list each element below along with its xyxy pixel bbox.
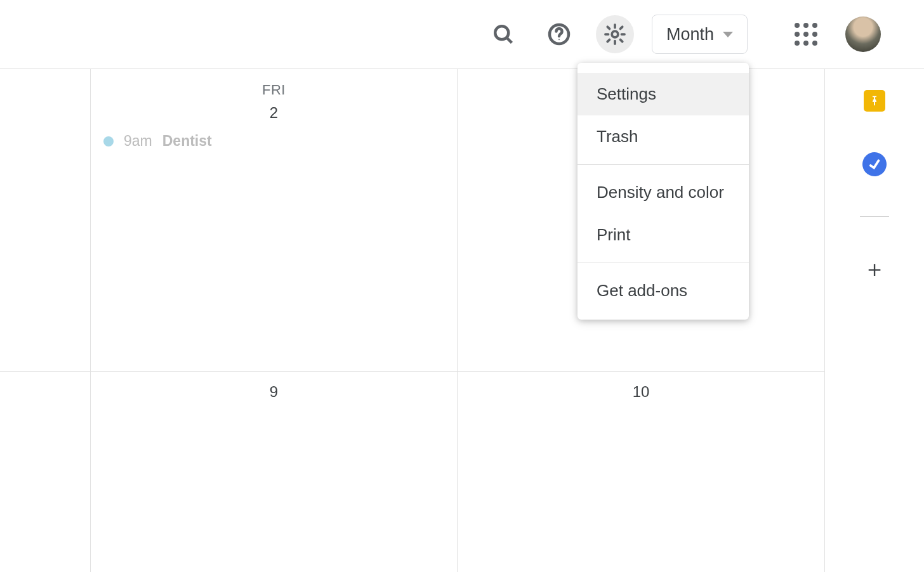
tasks-icon[interactable] xyxy=(862,152,887,177)
help-icon[interactable] xyxy=(540,15,578,53)
day-number: 10 xyxy=(458,383,824,401)
calendar-event[interactable]: 9am Dentist xyxy=(103,133,212,150)
menu-item-density[interactable]: Density and color xyxy=(578,171,749,214)
view-selector-label: Month xyxy=(666,25,714,44)
chevron-down-icon xyxy=(723,32,733,37)
search-icon[interactable] xyxy=(484,15,522,53)
header: Month xyxy=(0,0,924,69)
event-title: Dentist xyxy=(162,133,212,150)
add-addon-icon[interactable]: ＋ xyxy=(862,256,887,282)
menu-item-trash[interactable]: Trash xyxy=(578,115,749,158)
day-number: 9 xyxy=(91,383,457,401)
calendar-cell[interactable]: 10 xyxy=(458,372,825,572)
day-of-week-label: FRI xyxy=(91,82,457,98)
menu-divider xyxy=(578,263,749,263)
account-avatar[interactable] xyxy=(845,16,881,52)
svg-line-1 xyxy=(506,37,512,42)
menu-item-print[interactable]: Print xyxy=(578,214,749,256)
menu-item-addons[interactable]: Get add-ons xyxy=(578,270,749,312)
event-color-dot xyxy=(103,136,114,146)
side-panel: ＋ xyxy=(825,69,924,572)
calendar-cell[interactable]: 9 xyxy=(91,372,458,572)
menu-divider xyxy=(578,164,749,165)
svg-point-0 xyxy=(495,26,508,39)
view-selector-dropdown[interactable]: Month xyxy=(652,15,748,54)
menu-item-settings[interactable]: Settings xyxy=(578,73,749,115)
calendar-cell[interactable] xyxy=(0,372,91,572)
calendar-cell[interactable] xyxy=(0,69,91,371)
settings-gear-icon[interactable] xyxy=(596,15,634,53)
google-apps-icon[interactable] xyxy=(791,19,821,49)
svg-point-3 xyxy=(558,39,560,40)
day-number: 2 xyxy=(91,104,457,122)
settings-menu: Settings Trash Density and color Print G… xyxy=(578,63,749,320)
keep-icon[interactable] xyxy=(862,88,887,114)
calendar-cell[interactable]: FRI 2 9am Dentist xyxy=(91,69,458,371)
svg-point-4 xyxy=(612,31,618,37)
side-panel-divider xyxy=(860,216,889,217)
event-time: 9am xyxy=(124,133,152,150)
